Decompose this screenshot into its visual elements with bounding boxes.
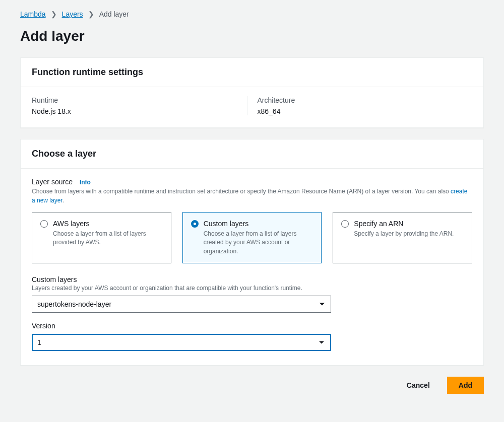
architecture-field: Architecture x86_64	[247, 96, 473, 115]
breadcrumb-lambda[interactable]: Lambda	[20, 10, 46, 18]
runtime-settings-panel: Function runtime settings Runtime Node.j…	[20, 57, 484, 128]
breadcrumb: Lambda ❯ Layers ❯ Add layer	[20, 10, 484, 18]
radio-icon	[341, 220, 349, 228]
radio-title: Specify an ARN	[354, 220, 403, 228]
select-value: 1	[37, 338, 41, 346]
architecture-value: x86_64	[258, 107, 463, 115]
caret-down-icon	[320, 303, 325, 306]
runtime-label: Runtime	[32, 96, 237, 104]
info-link[interactable]: Info	[80, 179, 91, 186]
architecture-label: Architecture	[258, 96, 463, 104]
breadcrumb-current: Add layer	[99, 10, 129, 18]
radio-aws-layers[interactable]: AWS layers Choose a layer from a list of…	[32, 212, 171, 263]
radio-desc: Specify a layer by providing the ARN.	[354, 230, 464, 238]
radio-icon	[40, 220, 48, 228]
chevron-right-icon: ❯	[51, 10, 57, 18]
runtime-field: Runtime Node.js 18.x	[32, 96, 247, 115]
select-value: supertokens-node-layer	[37, 300, 111, 308]
panel-header: Choose a layer	[21, 139, 483, 169]
radio-specify-arn[interactable]: Specify an ARN Specify a layer by provid…	[333, 212, 472, 263]
radio-desc: Choose a layer from a list of layers cre…	[204, 230, 313, 256]
chevron-right-icon: ❯	[88, 10, 94, 18]
layer-source-description: Choose from layers with a compatible run…	[32, 187, 472, 205]
choose-layer-panel: Choose a layer Layer source Info Choose …	[20, 139, 484, 366]
cancel-button[interactable]: Cancel	[396, 377, 441, 394]
custom-layers-field: Custom layers Layers created by your AWS…	[32, 275, 472, 313]
custom-layers-label: Custom layers	[32, 275, 472, 284]
form-actions: Cancel Add	[20, 377, 484, 394]
version-label: Version	[32, 322, 472, 330]
runtime-settings-heading: Function runtime settings	[32, 67, 472, 78]
radio-custom-layers[interactable]: Custom layers Choose a layer from a list…	[182, 212, 322, 263]
caret-down-icon	[319, 341, 324, 344]
layer-source-label: Layer source	[32, 178, 73, 186]
choose-layer-heading: Choose a layer	[32, 149, 472, 159]
custom-layers-select[interactable]: supertokens-node-layer	[32, 296, 331, 313]
panel-header: Function runtime settings	[21, 58, 483, 87]
custom-layers-desc: Layers created by your AWS account or or…	[32, 285, 472, 292]
runtime-value: Node.js 18.x	[32, 107, 237, 115]
breadcrumb-layers[interactable]: Layers	[62, 10, 83, 18]
radio-desc: Choose a layer from a list of layers pro…	[53, 230, 163, 247]
page-title: Add layer	[20, 28, 484, 44]
add-button[interactable]: Add	[447, 377, 484, 394]
layer-source-radio-group: AWS layers Choose a layer from a list of…	[32, 212, 472, 263]
radio-icon	[191, 220, 199, 228]
version-select[interactable]: 1	[32, 334, 331, 351]
radio-title: Custom layers	[204, 220, 248, 228]
radio-title: AWS layers	[53, 220, 90, 228]
version-field: Version 1	[32, 322, 472, 351]
